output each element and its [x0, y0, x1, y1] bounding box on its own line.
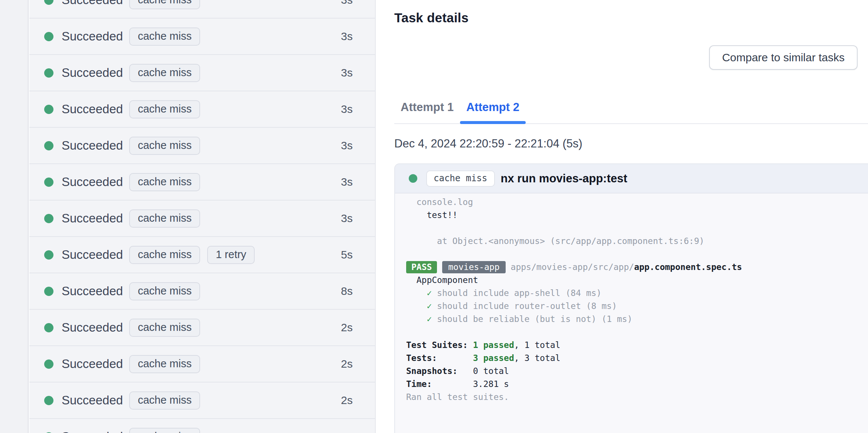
retry-badge: 1 retry [207, 246, 255, 264]
task-row[interactable]: Succeeded cache miss 3s [29, 0, 375, 19]
tab-attempt-1[interactable]: Attempt 1 [394, 91, 460, 123]
terminal-line: PASS movies-app apps/movies-app/src/app/… [406, 261, 868, 274]
task-status-label: Succeeded [62, 175, 123, 189]
row-badges: cache miss [129, 319, 207, 337]
task-status-label: Succeeded [62, 248, 123, 262]
terminal-text: , 3 total [514, 353, 561, 363]
terminal-text: test!! [406, 210, 457, 220]
terminal-line [406, 222, 868, 235]
terminal-text: Snapshots: [406, 366, 473, 376]
check-icon: ✓ [427, 314, 432, 324]
terminal-text [437, 262, 442, 272]
task-status-label: Succeeded [62, 139, 123, 153]
task-row[interactable]: Succeeded cache miss 3s [29, 201, 375, 237]
terminal-line [406, 326, 868, 339]
task-status-label: Succeeded [62, 211, 123, 225]
task-status-label: Succeeded [62, 0, 123, 7]
task-duration: 3s [341, 103, 353, 115]
terminal-text: Ran all test suites. [406, 392, 509, 402]
task-list: Succeeded cache miss 3s Succeeded cache … [29, 0, 375, 433]
terminal-text: , 1 total [514, 340, 561, 350]
terminal-line: ✓ should include router-outlet (8 ms) [406, 300, 868, 313]
terminal-line [406, 248, 868, 261]
task-row[interactable]: Succeeded cache miss 3s [29, 55, 375, 91]
task-duration: 3s [341, 212, 353, 225]
task-duration: 8s [341, 285, 353, 297]
task-details-panel: Task details Compare to similar tasks At… [376, 0, 868, 433]
terminal-line: ✓ should be reliable (but is not) (1 ms) [406, 313, 868, 326]
success-status-dot-icon [44, 178, 53, 187]
task-status-label: Succeeded [62, 393, 123, 407]
task-duration: 3s [341, 30, 353, 43]
cache-status-badge: cache miss [129, 428, 200, 433]
cache-status-badge: cache miss [129, 209, 200, 228]
terminal-line: console.log [406, 196, 868, 209]
success-status-dot-icon [44, 214, 53, 223]
terminal-line: ✓ should include app-shell (84 ms) [406, 287, 868, 300]
terminal-text: console.log [406, 197, 473, 207]
terminal-text: AppComponent [406, 275, 478, 285]
cache-status-badge: cache miss [129, 391, 200, 410]
task-row[interactable]: Succeeded cache miss 3s [29, 19, 375, 55]
terminal-text [406, 301, 427, 311]
task-status-label: Succeeded [62, 29, 123, 43]
terminal-text: 3 passed [473, 353, 514, 363]
terminal-text: Tests: [406, 353, 473, 363]
row-badges: cache miss [129, 428, 207, 433]
task-row[interactable]: Succeeded cache miss [29, 419, 375, 433]
attempt-date-range: Dec 4, 2024 22:20:59 - 22:21:04 (5s) [394, 137, 583, 150]
task-row[interactable]: Succeeded cache miss 3s [29, 91, 375, 128]
cache-status-badge: cache miss [129, 173, 200, 191]
success-status-dot-icon [44, 287, 53, 296]
row-badges: cache miss [129, 391, 207, 410]
task-duration: 3s [341, 66, 353, 79]
terminal-line: Ran all test suites. [406, 391, 868, 404]
task-duration: 3s [341, 139, 353, 152]
terminal-text [406, 288, 427, 298]
task-status-label: Succeeded [62, 284, 123, 298]
task-status-label: Succeeded [62, 320, 123, 335]
terminal-text: 3.281 s [473, 379, 509, 389]
row-badges: cache miss [129, 100, 207, 118]
tab-attempt-2[interactable]: Attempt 2 [460, 91, 526, 123]
terminal-line: Snapshots: 0 total [406, 365, 868, 378]
terminal-line: Test Suites: 1 passed, 1 total [406, 339, 868, 352]
terminal-line: AppComponent [406, 274, 868, 287]
task-output-header[interactable]: cache miss nx run movies-app:test [395, 164, 868, 193]
compare-to-similar-tasks-button[interactable]: Compare to similar tasks [709, 45, 858, 70]
success-status-dot-icon [44, 359, 53, 369]
task-row[interactable]: Succeeded cache miss 3s [29, 164, 375, 201]
left-gutter [0, 0, 29, 433]
terminal-text: apps/movies-app/src/app/ [506, 262, 634, 272]
terminal-text [406, 314, 427, 324]
cache-status-badge: cache miss [129, 27, 200, 46]
row-badges: cache miss [129, 173, 207, 191]
task-command-title: nx run movies-app:test [501, 172, 627, 185]
row-badges: cache miss1 retry [129, 246, 262, 264]
cache-status-badge: cache miss [129, 0, 200, 9]
cache-status-badge: cache miss [129, 100, 200, 118]
cache-status-badge: cache miss [129, 137, 200, 155]
terminal-line: test!! [406, 209, 868, 222]
task-list-panel: Succeeded cache miss 3s Succeeded cache … [29, 0, 376, 433]
task-status-label: Succeeded [62, 357, 123, 371]
row-badges: cache miss [129, 209, 207, 228]
task-duration: 3s [341, 0, 353, 6]
task-duration: 5s [341, 248, 353, 261]
attempt-tabs: Attempt 1 Attempt 2 [394, 91, 868, 124]
row-badges: cache miss [129, 0, 207, 9]
success-status-dot-icon [44, 105, 53, 114]
check-icon: ✓ [427, 301, 432, 311]
task-row[interactable]: Succeeded cache miss 8s [29, 273, 375, 310]
cache-status-badge: cache miss [129, 282, 200, 300]
cache-status-badge: cache miss [129, 64, 200, 82]
task-row[interactable]: Succeeded cache miss 2s [29, 346, 375, 382]
terminal-text: 0 total [473, 366, 509, 376]
terminal-text: Test Suites: [406, 340, 473, 350]
task-row[interactable]: Succeeded cache miss 3s [29, 128, 375, 164]
task-output-card: cache miss nx run movies-app:test consol… [394, 163, 868, 433]
task-status-label: Succeeded [62, 102, 123, 116]
task-row[interactable]: Succeeded cache miss 2s [29, 382, 375, 419]
task-row[interactable]: Succeeded cache miss1 retry 5s [29, 237, 375, 273]
task-row[interactable]: Succeeded cache miss 2s [29, 310, 375, 346]
